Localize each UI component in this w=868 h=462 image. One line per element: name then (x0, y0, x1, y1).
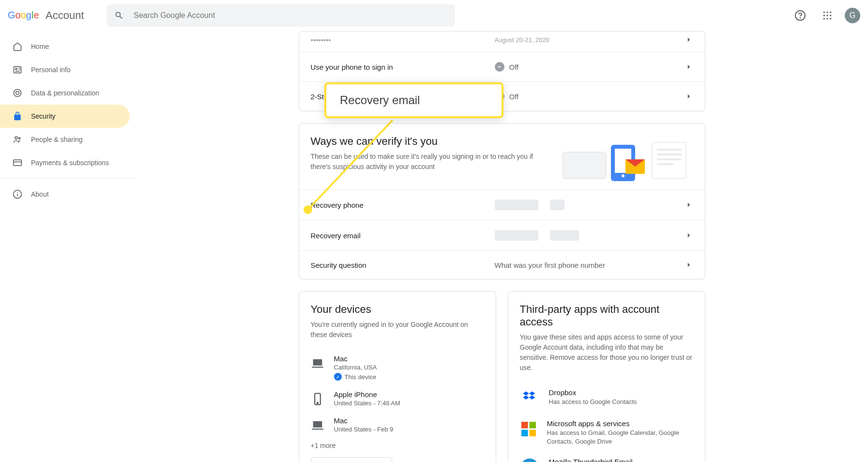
tune-icon (12, 87, 23, 99)
device-row[interactable]: Apple iPhone United States - 7:48 AM (311, 385, 484, 412)
thirdparty-title: Third-party apps with account access (520, 303, 693, 328)
help-icon (794, 10, 806, 21)
sidebar-item-personal[interactable]: Personal info (0, 58, 130, 81)
laptop-icon (311, 418, 324, 432)
app-row[interactable]: Mozilla Thunderbird Email Has access to … (520, 452, 693, 462)
svg-point-31 (317, 402, 318, 403)
svg-point-14 (14, 90, 21, 97)
chevron-right-icon (685, 231, 693, 240)
thunderbird-icon (520, 458, 539, 462)
svg-point-13 (15, 68, 17, 70)
chevron-right-icon (685, 200, 693, 209)
find-device-button[interactable]: Find a lost device (311, 457, 393, 462)
sidebar-item-label: Data & personalization (31, 89, 99, 97)
svg-point-4 (826, 12, 828, 13)
svg-rect-26 (657, 149, 681, 151)
avatar[interactable]: G (845, 8, 860, 23)
dropbox-icon (520, 388, 539, 408)
sidebar-item-label: Payments & subscriptions (31, 159, 109, 167)
svg-rect-20 (563, 152, 606, 179)
device-row[interactable]: Mac California, USA ✓This device (311, 350, 484, 385)
app-row[interactable]: Dropbox Has access to Google Contacts (520, 383, 693, 414)
phone-icon (311, 392, 324, 406)
sidebar-item-about[interactable]: About (0, 183, 130, 206)
svg-rect-36 (521, 430, 528, 437)
verify-illustration (558, 135, 693, 184)
svg-point-11 (830, 18, 831, 19)
sidebar-item-label: Security (31, 112, 56, 120)
app-sub: Has access to Gmail, Google Calendar, Go… (547, 429, 693, 446)
sidebar-item-payments[interactable]: Payments & subscriptions (0, 151, 130, 174)
search-bar[interactable] (107, 4, 455, 27)
app-name: Mozilla Thunderbird Email (549, 458, 633, 462)
sidebar-item-data[interactable]: Data & personalization (0, 81, 130, 105)
verify-card-head: Ways we can verify it's you These can be… (299, 123, 705, 189)
svg-rect-28 (657, 158, 681, 160)
sidebar-item-label: People & sharing (31, 136, 83, 143)
row-recovery-email[interactable]: Recovery email (299, 220, 705, 250)
device-sub: United States - Feb 9 (334, 426, 394, 433)
help-button[interactable] (791, 6, 810, 25)
device-row[interactable]: Mac United States - Feb 9 (311, 412, 484, 438)
apps-button[interactable] (818, 6, 837, 25)
app-row[interactable]: Microsoft apps & services Has access to … (520, 414, 693, 452)
app-name: Dropbox (549, 388, 637, 397)
svg-point-7 (826, 15, 828, 16)
svg-point-17 (19, 138, 20, 139)
svg-rect-35 (529, 422, 536, 429)
sidebar-item-label: About (31, 190, 49, 198)
app-sub: Has access to Google Contacts (549, 398, 637, 406)
svg-point-9 (823, 18, 825, 19)
two-step-status: Off (509, 92, 519, 101)
phone-signin-status: Off (509, 63, 519, 71)
account-label: Account (46, 9, 84, 22)
sidebar-item-label: Home (31, 43, 49, 50)
svg-rect-27 (657, 154, 681, 155)
svg-point-2 (800, 18, 801, 18)
header-actions: G (791, 6, 860, 25)
svg-rect-34 (521, 422, 528, 429)
verify-card: Ways we can verify it's you These can be… (299, 123, 705, 279)
recovery-phone-label: Recovery phone (311, 201, 495, 209)
chevron-right-icon (685, 62, 693, 71)
device-name: Apple iPhone (334, 390, 400, 399)
sidebar-item-people[interactable]: People & sharing (0, 128, 130, 151)
sidebar-item-label: Personal info (31, 66, 71, 74)
more-devices-link[interactable]: +1 more (311, 442, 336, 449)
devices-card: Your devices You're currently signed in … (299, 291, 496, 462)
sidebar: Home Personal info Data & personalizatio… (0, 31, 136, 462)
devices-desc: You're currently signed in to your Googl… (311, 320, 484, 340)
svg-rect-29 (657, 163, 674, 165)
search-icon (114, 11, 124, 20)
app-name: Microsoft apps & services (547, 419, 693, 428)
callout-tooltip: Recovery email (324, 82, 503, 118)
search-input[interactable] (134, 11, 447, 20)
row-security-question[interactable]: Security question What was your first ph… (299, 250, 705, 279)
header: Google Account G (0, 0, 868, 31)
recovery-email-label: Recovery email (311, 231, 495, 240)
apps-grid-icon (822, 11, 832, 20)
sidebar-divider (0, 178, 136, 179)
row-recovery-phone[interactable]: Recovery phone (299, 189, 705, 220)
info-icon (12, 188, 23, 200)
sidebar-item-home[interactable]: Home (0, 35, 130, 58)
verify-title: Ways we can verify it's you (311, 135, 546, 148)
badge-icon (12, 64, 23, 76)
people-icon (12, 134, 23, 145)
home-icon (12, 41, 23, 52)
devices-illustration-icon (558, 135, 693, 184)
callout-text: Recovery email (340, 93, 420, 107)
lock-icon (12, 110, 23, 122)
sidebar-item-security[interactable]: Security (0, 105, 130, 128)
phone-signin-label: Use your phone to sign in (311, 63, 495, 71)
device-name: Mac (334, 354, 377, 363)
row-last-changed[interactable]: •••••••• August 20-21, 2020 (299, 31, 705, 52)
google-logo-area[interactable]: Google Account (8, 9, 95, 22)
thirdparty-desc: You gave these sites and apps access to … (520, 332, 693, 373)
status-off-icon: − (495, 62, 504, 72)
svg-text:Google: Google (8, 10, 39, 20)
row-phone-signin[interactable]: Use your phone to sign in −Off (299, 52, 705, 81)
svg-rect-18 (14, 160, 22, 166)
chevron-right-icon (685, 261, 693, 269)
google-logo-icon: Google (8, 10, 44, 21)
